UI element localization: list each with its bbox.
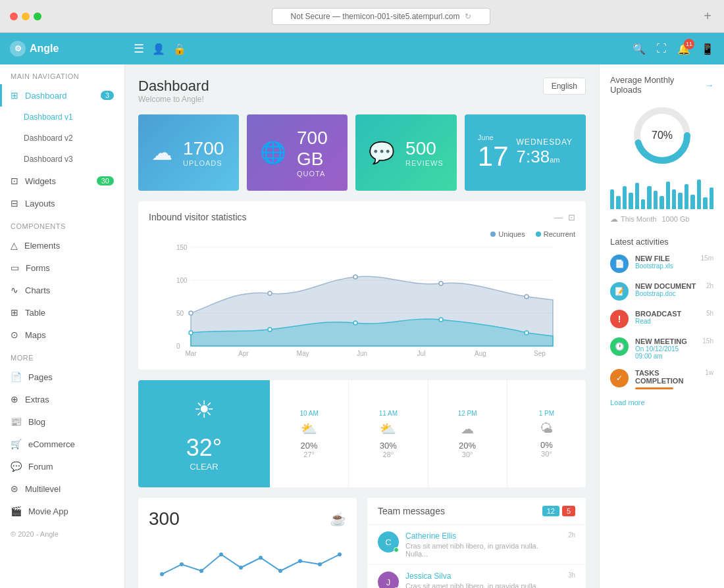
this-month-info: ☁ This Month 1000 Gb: [610, 214, 713, 224]
new-tab-button[interactable]: +: [704, 9, 714, 24]
sidebar-item-dashboard-v2[interactable]: Dashboard v2: [0, 128, 124, 149]
sidebar-label-elements: Elements: [24, 241, 60, 251]
notification-badge: 11: [684, 39, 694, 49]
app-name: Angle: [30, 43, 59, 55]
activity-icon-meeting: 🕐: [610, 337, 629, 356]
sidebar-item-extras[interactable]: ⊕ Extras: [0, 388, 124, 410]
menu-icon[interactable]: ☰: [134, 41, 144, 56]
bar-16: [703, 197, 707, 209]
mini-chart-header: 300 ☕: [149, 508, 346, 529]
weather-cloud-11am: ⛅: [380, 421, 396, 437]
activity-sub-file[interactable]: Bootstrap.xls: [635, 262, 694, 270]
activity-icon-tasks: ✓: [610, 369, 629, 387]
right-panel: Average Monthly Uploads → 70%: [599, 64, 724, 588]
more-label: More: [0, 346, 124, 366]
bar-13: [685, 184, 688, 209]
sidebar-item-multilevel[interactable]: ⊜ Multilevel: [0, 478, 124, 500]
user-icon[interactable]: 👤: [152, 43, 165, 55]
activity-sub-document[interactable]: Bootstrap.doc: [635, 290, 700, 297]
chart-controls[interactable]: — ⊡: [554, 212, 575, 222]
point: [525, 331, 529, 335]
search-icon[interactable]: 🔍: [633, 43, 646, 55]
load-more-button[interactable]: Load more: [610, 399, 713, 406]
legend-uniques-dot: [490, 232, 496, 237]
sidebar-item-dashboard-v3[interactable]: Dashboard v3: [0, 149, 124, 170]
weather-1pm: 1 PM 🌤 0% 30°: [507, 380, 586, 487]
movieapp-icon: 🎬: [11, 506, 22, 516]
chart-expand-icon[interactable]: ⊡: [568, 212, 575, 222]
refresh-icon[interactable]: ↻: [465, 12, 471, 21]
bar-11: [672, 189, 676, 209]
activity-title-meeting: NEW MEETING: [635, 337, 696, 345]
pages-icon: 📄: [11, 372, 22, 382]
dashboard-icon: ⊞: [11, 90, 18, 101]
extras-icon: ⊕: [11, 394, 18, 404]
messages-card: Team messages 12 5 C Catherine Ellis Cra…: [367, 498, 586, 588]
sidebar-item-movieapp[interactable]: 🎬 Movie App: [0, 500, 124, 522]
uploads-title-text: Average Monthly Uploads: [610, 75, 705, 95]
weather-pct-1pm: 0%: [540, 440, 553, 450]
sidebar-label-dashboard-v3: Dashboard v3: [24, 155, 73, 164]
address-bar[interactable]: Not Secure — themicon-001-site5.atempurl…: [272, 8, 490, 25]
dashboard-badge: 3: [101, 91, 114, 100]
point: [268, 328, 272, 331]
sidebar-item-dashboard[interactable]: ⊞ Dashboard 3: [0, 84, 124, 107]
sidebar-item-table[interactable]: ⊞ Table: [0, 301, 124, 324]
forms-icon: ▭: [11, 262, 19, 273]
sidebar-label-dashboard: Dashboard: [25, 91, 67, 101]
date-month: June: [478, 134, 509, 141]
uploads-arrow-icon[interactable]: →: [705, 80, 713, 90]
minimize-button[interactable]: [22, 12, 30, 20]
sidebar-item-layouts[interactable]: ⊟ Layouts: [0, 192, 124, 214]
sidebar-label-extras: Extras: [25, 395, 49, 404]
legend-uniques-label: Uniques: [498, 230, 525, 238]
activity-new-meeting: 🕐 NEW MEETING On 10/12/2015 09:00 am 15h: [610, 337, 713, 360]
sidebar-item-forms[interactable]: ▭ Forms: [0, 257, 124, 279]
sidebar-item-pages[interactable]: 📄 Pages: [0, 366, 124, 388]
message-name-jessica[interactable]: Jessica Silva: [405, 572, 561, 581]
blog-icon: 📰: [11, 416, 22, 427]
activity-sub-broadcast[interactable]: Read: [635, 318, 700, 325]
svg-text:Jun: Jun: [357, 350, 367, 357]
message-name-catherine[interactable]: Catherine Ellis: [405, 531, 561, 541]
activity-content-document: NEW DOCUMENT Bootstrap.doc: [635, 282, 700, 297]
nav-icons: 🔍 ⛶ 🔔 11 📱: [633, 43, 714, 55]
sidebar-item-elements[interactable]: △ Elements: [0, 234, 124, 257]
browser-chrome: Not Secure — themicon-001-site5.atempurl…: [0, 0, 724, 33]
point: [298, 559, 302, 563]
message-time-jessica: 3h: [568, 572, 575, 579]
language-button[interactable]: English: [543, 78, 586, 95]
bar-17: [710, 187, 713, 209]
date-time: 7:38am: [517, 147, 573, 167]
activity-time-tasks: 1w: [705, 369, 713, 376]
svg-text:Apr: Apr: [238, 350, 249, 357]
sidebar-item-ecommerce[interactable]: 🛒 eCommerce: [0, 433, 124, 455]
sidebar-item-widgets[interactable]: ⊡ Widgets 30: [0, 170, 124, 192]
traffic-lights: [10, 12, 41, 20]
point: [318, 562, 322, 566]
sidebar-item-blog[interactable]: 📰 Blog: [0, 410, 124, 433]
stat-cards: ☁ 1700 UPLOADS 🌐 700 GB QUOTA 💬 500 REVI…: [138, 114, 586, 191]
sidebar-item-maps[interactable]: ⊙ Maps: [0, 324, 124, 346]
close-button[interactable]: [10, 12, 18, 20]
svg-text:50: 50: [176, 310, 184, 317]
date-weekday: WEDNESDAY: [517, 137, 573, 147]
bar-7: [647, 186, 651, 209]
weather-deg-1pm: 30°: [541, 450, 552, 458]
messages-badges: 12 5: [542, 506, 575, 516]
svg-text:0: 0: [176, 343, 180, 350]
this-month-label: This Month: [621, 215, 656, 223]
tablet-icon[interactable]: 📱: [701, 43, 714, 55]
avatar-catherine: C: [378, 531, 399, 552]
fullscreen-icon[interactable]: ⛶: [656, 43, 667, 55]
sidebar-item-charts[interactable]: ∿ Charts: [0, 279, 124, 301]
point: [189, 311, 193, 315]
lock-icon[interactable]: 🔒: [173, 43, 186, 55]
chart-minimize-icon[interactable]: —: [554, 212, 563, 222]
notifications-icon[interactable]: 🔔 11: [677, 43, 690, 55]
sidebar-item-dashboard-v1[interactable]: Dashboard v1: [0, 107, 124, 128]
widgets-icon: ⊡: [11, 176, 18, 186]
sidebar-item-forum[interactable]: 💬 Forum: [0, 455, 124, 478]
weather-deg-10am: 27°: [303, 451, 315, 458]
maximize-button[interactable]: [34, 12, 41, 20]
